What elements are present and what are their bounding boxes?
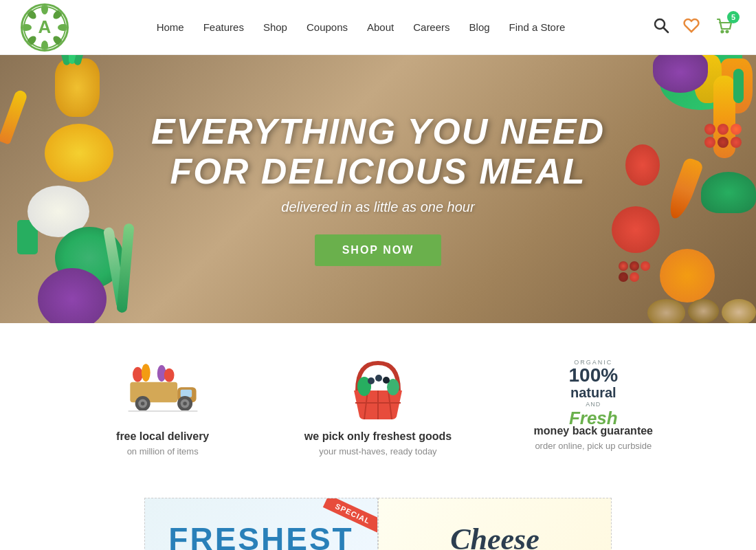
header-icons: 5	[653, 15, 735, 39]
svg-point-25	[141, 402, 145, 406]
feature-guarantee: ORGANIC 100% natural AND Fresh money bac…	[518, 363, 669, 451]
svg-point-16	[141, 364, 150, 382]
banners-section: SPECIAL FRESHEST best in town Cheese bes…	[0, 491, 756, 550]
svg-point-14	[726, 31, 729, 33]
logo[interactable]: A	[21, 3, 69, 52]
nav-coupons[interactable]: Coupons	[307, 21, 348, 33]
nav-features[interactable]: Features	[203, 21, 244, 33]
feature-delivery: free local delivery on million of items	[87, 358, 238, 456]
search-button[interactable]	[653, 17, 669, 38]
banner-cheese-text: Cheese	[450, 522, 540, 551]
feature-freshest: we pick only freshest goods your must-ha…	[302, 358, 454, 456]
feature-guarantee-desc: order online, pick up curbside	[535, 441, 652, 451]
feature-freshest-title: we pick only freshest goods	[304, 430, 452, 443]
main-nav: Home Features Shop Coupons About Careers…	[157, 21, 566, 33]
svg-point-15	[133, 367, 143, 382]
hero-title: Everything you need for delicious meal	[151, 112, 605, 190]
nav-find-store[interactable]: Find a Store	[509, 21, 566, 33]
svg-point-39	[375, 375, 382, 382]
basket-icon	[340, 358, 416, 419]
nav-shop[interactable]: Shop	[263, 21, 287, 33]
feature-freshest-desc: your must-haves, ready today	[319, 446, 436, 456]
svg-point-38	[368, 377, 375, 384]
delivery-icon	[125, 358, 201, 419]
cart-button[interactable]: 5	[713, 15, 735, 39]
nav-careers[interactable]: Careers	[413, 21, 449, 33]
cart-badge: 5	[727, 11, 740, 23]
header: A Home Features Shop Coupons About Caree…	[0, 0, 756, 55]
nav-home[interactable]: Home	[157, 21, 184, 33]
svg-line-12	[664, 28, 669, 32]
shop-now-button[interactable]: SHOP NOW	[315, 234, 442, 266]
natural-icon: ORGANIC 100% natural AND Fresh	[555, 363, 631, 425]
svg-text:A: A	[38, 16, 52, 37]
feature-guarantee-title: money back guarantee	[534, 425, 653, 437]
natural-natural-label: natural	[570, 385, 616, 401]
hero-subtitle: delivered in as little as one hour	[151, 199, 605, 215]
banner-freshest-text: FRESHEST	[168, 520, 353, 550]
svg-point-13	[722, 31, 724, 33]
nav-about[interactable]: About	[367, 21, 394, 33]
feature-delivery-desc: on million of items	[127, 446, 199, 456]
nav-blog[interactable]: Blog	[469, 21, 490, 33]
logo-area[interactable]: A	[21, 3, 69, 52]
natural-percent: 100%	[569, 366, 619, 385]
hero-banner: Everything you need for delicious meal d…	[0, 55, 756, 323]
banner-freshest[interactable]: SPECIAL FRESHEST best in town	[144, 498, 378, 550]
svg-point-40	[383, 377, 390, 384]
wishlist-button[interactable]	[683, 17, 700, 38]
hero-content: Everything you need for delicious meal d…	[110, 91, 646, 286]
natural-and-label: AND	[586, 401, 601, 408]
feature-delivery-title: free local delivery	[116, 430, 209, 443]
svg-point-28	[183, 402, 187, 406]
banner-cheese[interactable]: Cheese best in town	[378, 498, 612, 550]
features-section: free local delivery on million of items	[0, 323, 756, 484]
svg-point-19	[164, 368, 174, 382]
